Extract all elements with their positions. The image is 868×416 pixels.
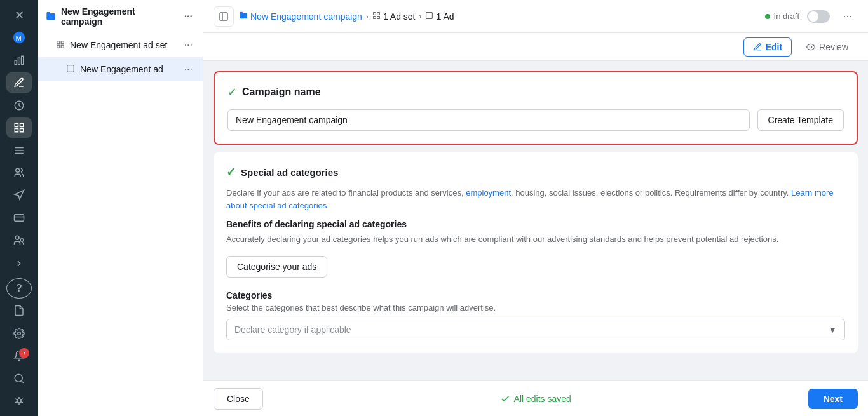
campaign-name-header: ✓ Campaign name — [227, 85, 844, 99]
nav-ad-label: New Engagement ad — [80, 64, 163, 74]
svg-rect-28 — [57, 41, 60, 43]
draft-dot — [765, 14, 770, 19]
audience-icon[interactable] — [6, 163, 32, 182]
person-connect-icon[interactable] — [6, 231, 32, 250]
special-ad-title-text: Special ad categories — [241, 167, 338, 178]
edit-review-bar: Edit Review — [203, 33, 868, 61]
campaign-name-row: Create Template — [227, 109, 844, 131]
adset-icon — [56, 40, 65, 51]
svg-text:M: M — [16, 34, 22, 42]
clock-icon[interactable] — [6, 95, 32, 115]
close-icon[interactable]: ✕ — [6, 5, 32, 25]
edit-button[interactable]: Edit — [743, 37, 792, 57]
category-dropdown[interactable]: Declare category if applicable ▼ — [226, 319, 845, 340]
benefits-text: Accurately declaring your ad categories … — [226, 233, 845, 246]
nav-adset-label: New Engagement ad set — [70, 40, 167, 50]
form-area: ✓ Campaign name Create Template ✓ Specia… — [203, 61, 868, 380]
special-ad-check-icon: ✓ — [226, 165, 236, 179]
meta-logo: M — [6, 27, 32, 47]
close-button[interactable]: Close — [214, 388, 263, 410]
svg-rect-37 — [374, 16, 376, 18]
draft-toggle[interactable] — [807, 10, 830, 23]
footer-bar: Close All edits saved Next — [203, 380, 868, 416]
sidebar-icons: ✕ M › ? 7 — [0, 0, 38, 416]
search-icon[interactable] — [6, 368, 32, 388]
create-template-button[interactable]: Create Template — [757, 109, 844, 131]
nav-campaign-label: New Engagement campaign — [61, 6, 179, 27]
collapse-icon[interactable]: › — [6, 253, 32, 272]
toggle-sidebar-btn[interactable] — [214, 6, 234, 27]
folder-icon — [46, 11, 56, 23]
svg-rect-6 — [15, 123, 18, 126]
all-edits-saved: All edits saved — [500, 394, 571, 404]
svg-rect-14 — [15, 215, 24, 222]
nav-item-adset[interactable]: New Engagement ad set ··· — [38, 33, 203, 57]
svg-rect-9 — [20, 129, 24, 132]
categories-label: Categories — [226, 290, 845, 300]
svg-rect-32 — [67, 65, 74, 72]
card-icon[interactable] — [6, 208, 32, 227]
breadcrumb-sep-1: › — [366, 12, 369, 21]
breadcrumb-adset[interactable]: 1 Ad set — [372, 11, 416, 22]
svg-rect-8 — [15, 129, 18, 132]
review-label: Review — [819, 42, 848, 52]
nav-ad-more[interactable]: ··· — [184, 64, 193, 75]
breadcrumb-ad[interactable]: 1 Ad — [425, 11, 454, 22]
breadcrumb-folder-icon — [239, 11, 248, 22]
main-content: New Engagement campaign › 1 Ad set › 1 A… — [203, 0, 868, 416]
benefits-title: Benefits of declaring special ad categor… — [226, 219, 845, 229]
svg-line-25 — [21, 402, 23, 403]
notification-badge: 7 — [19, 348, 29, 358]
svg-line-23 — [21, 399, 23, 400]
breadcrumb-adset-label: 1 Ad set — [383, 11, 416, 22]
svg-point-16 — [15, 236, 19, 240]
svg-rect-30 — [57, 45, 60, 48]
nav-campaign-more[interactable]: ··· — [184, 11, 193, 22]
review-button[interactable]: Review — [797, 37, 858, 57]
svg-point-18 — [18, 332, 21, 335]
chart-bar-icon[interactable] — [6, 50, 32, 70]
svg-rect-4 — [22, 56, 24, 65]
campaign-check-icon: ✓ — [227, 85, 237, 99]
campaign-name-input[interactable] — [227, 109, 750, 131]
list-icon[interactable] — [6, 140, 32, 160]
svg-point-17 — [20, 239, 24, 242]
campaign-name-card: ✓ Campaign name Create Template — [214, 71, 858, 145]
employment-link[interactable]: employment — [466, 188, 511, 198]
nav-item-campaign[interactable]: New Engagement campaign ··· — [38, 0, 203, 33]
category-dropdown-placeholder: Declare category if applicable — [234, 325, 351, 335]
svg-rect-35 — [374, 12, 376, 15]
svg-rect-39 — [426, 12, 433, 18]
svg-point-19 — [15, 374, 22, 382]
categories-sub: Select the categories that best describe… — [226, 303, 845, 312]
svg-rect-7 — [20, 123, 24, 126]
svg-point-40 — [810, 46, 812, 48]
svg-line-22 — [15, 399, 17, 400]
document-icon[interactable] — [6, 301, 32, 321]
ad-icon — [66, 64, 75, 75]
nav-adset-more[interactable]: ··· — [184, 39, 193, 51]
svg-rect-3 — [18, 58, 20, 65]
bell-icon[interactable]: 7 — [6, 346, 32, 365]
top-bar-more-btn[interactable]: ··· — [837, 6, 858, 27]
svg-rect-29 — [61, 41, 64, 43]
special-ad-description: Declare if your ads are related to finan… — [226, 187, 845, 211]
draft-label: In draft — [774, 11, 799, 21]
breadcrumb-ad-icon — [425, 11, 433, 22]
top-bar: New Engagement campaign › 1 Ad set › 1 A… — [203, 0, 868, 33]
special-ad-card: ✓ Special ad categories Declare if your … — [214, 152, 858, 353]
learn-more-link[interactable]: Learn more about special ad categories — [226, 188, 834, 210]
in-draft-status: In draft — [765, 11, 799, 21]
megaphone-icon[interactable] — [6, 185, 32, 205]
grid-icon[interactable] — [6, 117, 32, 137]
nav-item-ad[interactable]: New Engagement ad ··· — [38, 57, 203, 81]
pen-edit-icon[interactable] — [6, 72, 32, 92]
breadcrumb-adset-icon — [372, 11, 381, 22]
bug-icon[interactable] — [6, 391, 32, 410]
next-button[interactable]: Next — [808, 389, 858, 409]
breadcrumb-campaign[interactable]: New Engagement campaign — [239, 11, 362, 22]
settings-icon[interactable] — [6, 323, 32, 343]
help-icon[interactable]: ? — [6, 278, 32, 299]
categories-section: Categories Select the categories that be… — [226, 290, 845, 340]
categorise-button[interactable]: Categorise your ads — [226, 256, 327, 278]
